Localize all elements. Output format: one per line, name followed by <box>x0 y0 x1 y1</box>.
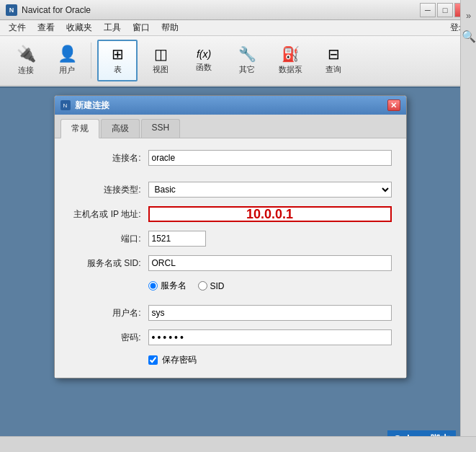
host-row: 主机名或 IP 地址: <box>69 206 392 222</box>
title-bar: N Navicat for Oracle ─ □ ✕ <box>0 0 476 20</box>
toolbar-table[interactable]: ⊞ 表 <box>97 40 138 81</box>
function-icon: f(x) <box>197 49 211 59</box>
menu-file[interactable]: 文件 <box>3 20 32 35</box>
query-label: 查询 <box>325 64 341 75</box>
connect-label: 连接 <box>18 65 34 76</box>
toolbar-connect[interactable]: 🔌 连接 <box>6 40 46 81</box>
app-title: Navicat for Oracle <box>22 5 420 15</box>
other-icon: 🔧 <box>238 47 256 61</box>
tab-advanced[interactable]: 高级 <box>101 119 140 138</box>
port-input[interactable] <box>148 231 206 247</box>
connection-name-label: 连接名: <box>69 152 148 164</box>
menu-view[interactable]: 查看 <box>32 20 60 35</box>
save-password-row: 保存密码 <box>148 354 392 366</box>
radio-row: 服务名 SID <box>69 280 392 292</box>
dialog-form: 连接名: 连接类型: Basic TNS 主机名或 IP 地址: 端口: <box>55 138 406 378</box>
app-icon: N <box>6 4 17 16</box>
menu-help[interactable]: 帮助 <box>156 20 184 35</box>
password-input[interactable] <box>148 329 392 345</box>
menu-bar: 文件 查看 收藏夹 工具 窗口 帮助 登录 <box>0 20 476 36</box>
port-label: 端口: <box>69 233 148 245</box>
right-sidebar: » 🔍 <box>460 0 476 452</box>
menu-tools[interactable]: 工具 <box>98 20 127 35</box>
save-password-checkbox[interactable] <box>148 355 158 365</box>
maximize-button[interactable]: □ <box>437 3 453 17</box>
password-row: 密码: <box>69 329 392 345</box>
radio-service-label: 服务名 <box>161 280 187 292</box>
other-label: 其它 <box>239 64 255 75</box>
dialog-icon: N <box>60 100 71 110</box>
view-label: 视图 <box>153 64 169 75</box>
user-btn-group: 👤 用户 <box>49 40 85 81</box>
sidebar-magnify-icon[interactable]: 🔍 <box>460 28 477 45</box>
toolbar-datapump[interactable]: ⛽ 数据泵 <box>270 40 310 81</box>
service-label: 服务名或 SID: <box>69 257 148 270</box>
status-bar <box>0 436 476 452</box>
user-icon: 👤 <box>58 46 77 62</box>
view-icon: ◫ <box>154 47 168 61</box>
connection-type-label: 连接类型: <box>69 184 148 196</box>
dialog-close-button[interactable]: ✕ <box>387 99 400 111</box>
menu-favorites[interactable]: 收藏夹 <box>60 20 98 35</box>
connection-type-select[interactable]: Basic TNS <box>148 182 392 198</box>
port-row: 端口: <box>69 231 392 247</box>
dialog-tabs: 常规 高级 SSH <box>55 115 406 138</box>
menu-window[interactable]: 窗口 <box>127 20 156 35</box>
connection-type-row: 连接类型: Basic TNS <box>69 182 392 198</box>
connection-name-row: 连接名: <box>69 150 392 166</box>
username-row: 用户名: <box>69 305 392 321</box>
toolbar-function[interactable]: f(x) 函数 <box>184 40 224 81</box>
radio-sid-label: SID <box>210 281 225 291</box>
dialog-title-bar: N 新建连接 ✕ <box>55 96 406 115</box>
tab-general[interactable]: 常规 <box>60 119 99 138</box>
toolbar-view[interactable]: ◫ 视图 <box>140 40 181 81</box>
radio-service-name[interactable]: 服务名 <box>148 280 187 292</box>
toolbar-user[interactable]: 👤 用户 <box>49 40 85 81</box>
table-label: 表 <box>114 64 122 75</box>
new-connection-dialog: N 新建连接 ✕ 常规 高级 SSH 连接名: 连接类型: Basic <box>54 95 407 378</box>
username-input[interactable] <box>148 305 392 321</box>
radio-sid-input[interactable] <box>198 281 207 291</box>
spacer-1 <box>69 174 392 182</box>
host-input[interactable] <box>148 206 392 222</box>
radio-sid[interactable]: SID <box>198 281 225 291</box>
toolbar-other[interactable]: 🔧 其它 <box>227 40 267 81</box>
function-label: 函数 <box>196 62 212 73</box>
table-icon: ⊞ <box>112 47 124 61</box>
service-input[interactable] <box>148 255 392 271</box>
toolbar-query[interactable]: ⊟ 查询 <box>313 40 354 81</box>
sidebar-search-icon[interactable]: » <box>464 9 472 22</box>
host-label: 主机名或 IP 地址: <box>69 208 148 221</box>
minimize-button[interactable]: ─ <box>420 3 436 17</box>
toolbar-sep-1 <box>91 43 91 79</box>
toolbar: 🔌 连接 👤 用户 ⊞ 表 ◫ 视图 f(x) 函数 🔧 其它 ⛽ 数据泵 ⊟ … <box>0 36 476 87</box>
connect-icon: 🔌 <box>17 46 36 62</box>
username-label: 用户名: <box>69 307 148 319</box>
save-password-label: 保存密码 <box>162 354 197 366</box>
connection-name-input[interactable] <box>148 150 392 166</box>
query-icon: ⊟ <box>328 47 340 61</box>
tab-ssh[interactable]: SSH <box>141 119 181 138</box>
service-row: 服务名或 SID: <box>69 255 392 271</box>
datapump-label: 数据泵 <box>279 64 302 75</box>
datapump-icon: ⛽ <box>282 47 300 61</box>
radio-service-input[interactable] <box>148 281 158 291</box>
password-label: 密码: <box>69 332 148 344</box>
dialog-overlay: N 新建连接 ✕ 常规 高级 SSH 连接名: 连接类型: Basic <box>0 88 460 452</box>
radio-group: 服务名 SID <box>148 280 392 292</box>
user-label: 用户 <box>59 65 75 76</box>
dialog-title: 新建连接 <box>75 99 387 112</box>
